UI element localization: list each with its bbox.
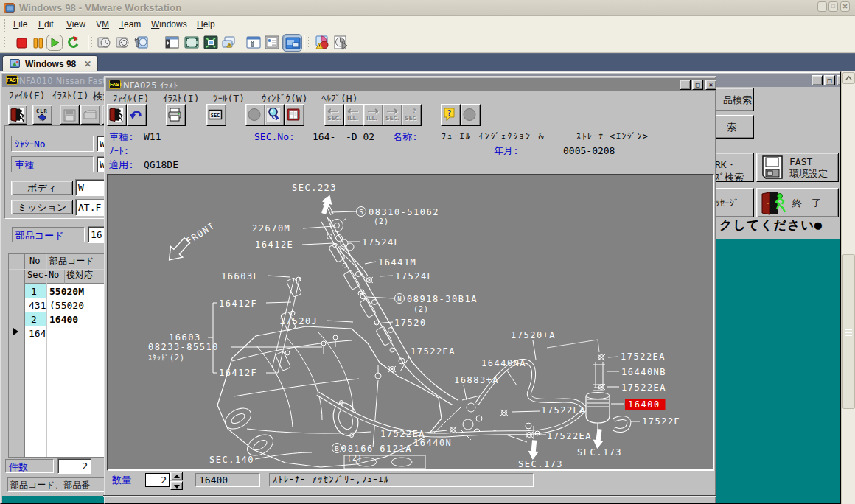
part-label-highlighted[interactable]: 16400 <box>628 399 660 410</box>
nfa025-zoom-button[interactable] <box>265 104 285 126</box>
body-button[interactable]: ボディ <box>11 181 73 195</box>
scrollbar-thumb[interactable] <box>842 254 855 409</box>
mission-button[interactable]: ミッション <box>11 200 73 214</box>
nfa025-sec-button[interactable]: SEC <box>206 104 226 126</box>
power-off-icon[interactable] <box>15 35 29 51</box>
part-label[interactable]: 17520 <box>394 318 427 328</box>
part-label[interactable]: 16603E <box>221 271 259 281</box>
part-label[interactable]: 17522E <box>642 416 680 427</box>
snapshot-take-icon[interactable] <box>97 35 111 51</box>
manage-alerts-icon[interactable] <box>315 35 329 51</box>
part-label[interactable]: 16440NA <box>481 358 526 368</box>
nfa025-book-button[interactable] <box>285 104 304 126</box>
part-label[interactable]: FRONT <box>184 220 217 247</box>
part-label[interactable]: 17520+A <box>511 330 556 340</box>
nfa025-disc-button[interactable] <box>245 104 265 126</box>
grid-cell-no[interactable]: 2 <box>31 314 37 325</box>
part-label[interactable]: 08166-6121A <box>341 444 412 454</box>
console-view-icon[interactable] <box>282 34 302 52</box>
part-label[interactable]: ｽﾀｯﾄﾞ(2) <box>148 354 185 362</box>
part-label[interactable]: 16440N <box>413 438 452 448</box>
power-on-icon[interactable] <box>46 35 63 51</box>
snapshot-revert-icon[interactable] <box>115 35 130 51</box>
quick-switch-icon[interactable] <box>222 35 237 51</box>
part-label[interactable]: 16412E <box>255 239 293 250</box>
part-label[interactable]: 16440NB <box>621 367 666 377</box>
illustration-canvas[interactable]: SEC.22308310-51062S(2)22670M16412E17524E… <box>107 174 714 471</box>
part-label[interactable]: 08310-51062 <box>369 207 439 217</box>
part-label[interactable]: 08918-30B1A <box>407 294 478 304</box>
nfa025-nav-sec-?-button-disabled[interactable]: ??SECSEC <box>402 104 422 126</box>
scrollbar-up-arrow[interactable] <box>842 72 855 84</box>
qty-input[interactable]: 2 <box>145 473 170 487</box>
part-label[interactable]: 22670M <box>252 223 290 234</box>
part-label[interactable]: 17520J <box>279 316 318 326</box>
part-label[interactable]: 16603 <box>169 332 201 343</box>
nfa025-disc2-button[interactable] <box>461 104 481 126</box>
grid-cell-secno[interactable]: 431 <box>29 300 46 311</box>
summary-view-icon[interactable] <box>265 35 279 51</box>
vmware-menu-file[interactable]: File <box>13 19 27 29</box>
part-label[interactable]: SEC.140 <box>209 455 254 465</box>
vmware-maximize-button[interactable]: □ <box>828 1 838 12</box>
vmware-scrollbar[interactable] <box>841 71 855 504</box>
part-label[interactable]: 16883+A <box>454 375 499 385</box>
exit-app-button[interactable]: 終 了 <box>756 188 839 217</box>
part-label[interactable]: 16412F <box>219 368 257 378</box>
grid-cell-no[interactable]: 1 <box>31 286 37 297</box>
vmware-menu-help[interactable]: Help <box>197 19 215 29</box>
part-label[interactable]: (2) <box>347 454 363 462</box>
vmware-menu-edit[interactable]: Edit <box>38 19 54 29</box>
parts-grid[interactable]: No部品コードSec-No後対応155020M431(5502021640016… <box>8 253 105 458</box>
grid-cell-kotaio[interactable]: (55020 <box>49 300 84 311</box>
part-label[interactable]: 16412F <box>219 298 257 309</box>
reset-icon[interactable] <box>66 35 80 51</box>
vmware-close-button[interactable]: ✕ <box>840 1 850 12</box>
qty-spinner[interactable] <box>170 472 183 490</box>
fullscreen-icon[interactable] <box>184 35 199 51</box>
part-label[interactable]: 08233-85510 <box>148 342 219 352</box>
vm-tab-close-icon[interactable]: ✕ <box>84 59 91 69</box>
part-label[interactable]: (2) <box>413 305 429 313</box>
vmware-menu-view[interactable]: View <box>66 19 86 29</box>
grid-cell-secno[interactable]: 164 <box>29 328 46 339</box>
part-label[interactable]: 17522EA <box>541 405 586 416</box>
vmware-menu-windows[interactable]: Windows <box>151 19 187 29</box>
vmware-menu-team[interactable]: Team <box>119 19 141 29</box>
nfa025-exit-button[interactable] <box>107 104 127 126</box>
part-label[interactable]: 17522EA <box>411 346 456 357</box>
grid-cell-part[interactable]: 16400 <box>49 314 78 325</box>
fast-config-button[interactable]: FAST 環境設定 <box>756 153 839 182</box>
part-label[interactable]: 17524E <box>395 271 433 281</box>
nfa025-nav-ill-right-button-disabled[interactable]: ILL.ILL. <box>363 104 383 126</box>
vm-settings-icon[interactable] <box>246 35 261 51</box>
part-label[interactable]: 17522EA <box>621 382 666 393</box>
nfa025-undo-button[interactable] <box>127 104 147 126</box>
part-label[interactable]: 17522EA <box>547 431 592 441</box>
nfa025-nav-ill-left-button-disabled[interactable]: ILL.ILL. <box>344 104 364 126</box>
body-input[interactable]: W <box>75 179 105 196</box>
sidebar-toggle-icon[interactable] <box>165 35 180 51</box>
part-label[interactable]: 17522EA <box>621 351 666 362</box>
suspend-icon[interactable] <box>31 35 46 51</box>
nfa025-help-button[interactable]: ? <box>441 104 461 126</box>
snapshot-manager-icon[interactable] <box>133 35 150 51</box>
qty-spin-down[interactable] <box>170 481 183 490</box>
mission-input[interactable]: AT.F <box>75 199 105 216</box>
vmware-menu-vm[interactable]: VM <box>96 19 109 29</box>
nfa025-nav-sec-right-button-disabled[interactable]: SEC.SEC. <box>383 104 402 126</box>
part-label[interactable]: 16441M <box>378 257 416 267</box>
usage-view-icon[interactable] <box>334 35 349 51</box>
grid-cell-part[interactable]: 55020M <box>49 286 84 297</box>
vmware-minimize-button[interactable]: – <box>817 1 827 12</box>
tab-windows98[interactable]: Windows 98 ✕ <box>2 55 98 72</box>
part-label[interactable]: SEC.223 <box>292 183 337 193</box>
nfa025-nav-sec-left-button-disabled[interactable]: SEC.SEC. <box>324 104 344 126</box>
part-label[interactable]: 17524E <box>362 237 400 248</box>
nfa025-print-button[interactable] <box>166 104 186 126</box>
part-label[interactable]: SEC.173 <box>577 447 622 458</box>
part-label[interactable]: SEC.173 <box>518 459 563 469</box>
part-label[interactable]: (2) <box>374 217 389 225</box>
qty-spin-up[interactable] <box>170 472 183 480</box>
unity-icon[interactable] <box>203 35 218 51</box>
